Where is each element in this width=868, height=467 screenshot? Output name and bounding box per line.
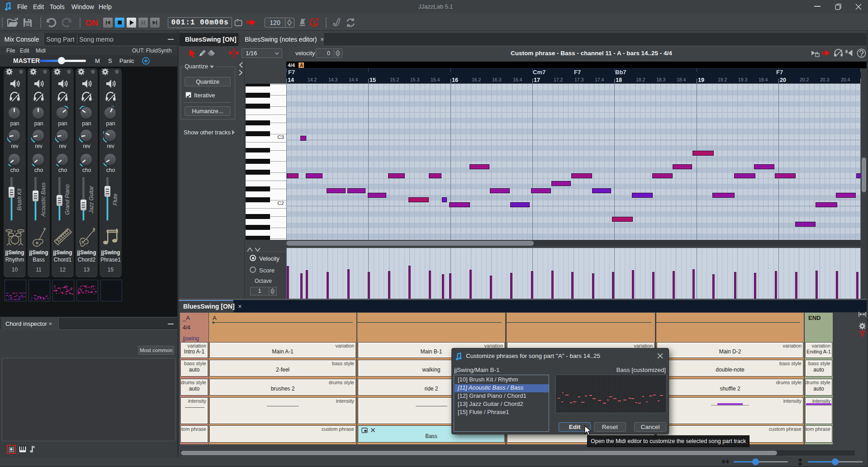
- svg-text:16: 16: [452, 77, 458, 83]
- svg-text:15.4: 15.4: [431, 77, 440, 82]
- svg-text:20: 20: [780, 77, 786, 83]
- svg-text:14.2: 14.2: [308, 77, 317, 82]
- svg-text:20.4: 20.4: [841, 77, 850, 82]
- svg-text:16.4: 16.4: [513, 77, 522, 82]
- svg-text:C3: C3: [277, 134, 284, 140]
- svg-text:19.3: 19.3: [738, 77, 748, 82]
- svg-text:A: A: [300, 63, 303, 68]
- svg-text:C2: C2: [277, 200, 284, 206]
- svg-text:17: 17: [534, 77, 540, 83]
- svg-text:Cm7: Cm7: [533, 69, 545, 76]
- svg-text:F7: F7: [574, 69, 581, 76]
- svg-text:14.3: 14.3: [328, 77, 338, 82]
- svg-text:Bb7: Bb7: [615, 69, 626, 76]
- svg-text:14.4: 14.4: [349, 77, 358, 82]
- svg-text:18.3: 18.3: [656, 77, 666, 82]
- svg-text:15: 15: [370, 77, 376, 83]
- svg-text:20.3: 20.3: [820, 77, 830, 82]
- svg-text:15.3: 15.3: [410, 77, 420, 82]
- svg-text:F7: F7: [776, 69, 783, 76]
- svg-text:F7: F7: [288, 69, 295, 76]
- svg-text:1: 1: [313, 19, 316, 26]
- svg-text:19: 19: [698, 77, 704, 83]
- svg-text:20.2: 20.2: [800, 77, 809, 82]
- svg-text:17.3: 17.3: [574, 77, 584, 82]
- svg-text:18.4: 18.4: [677, 77, 686, 82]
- svg-text:18.2: 18.2: [636, 77, 645, 82]
- svg-text:17.4: 17.4: [595, 77, 604, 82]
- svg-text:4/4: 4/4: [288, 62, 295, 68]
- svg-text:15.2: 15.2: [390, 77, 399, 82]
- svg-text:16.3: 16.3: [492, 77, 502, 82]
- svg-text:19.2: 19.2: [718, 77, 727, 82]
- svg-text:14: 14: [288, 77, 294, 83]
- svg-text:17.2: 17.2: [554, 77, 563, 82]
- svg-text:16.2: 16.2: [472, 77, 481, 82]
- svg-text:18: 18: [616, 77, 622, 83]
- svg-text:19.4: 19.4: [759, 77, 768, 82]
